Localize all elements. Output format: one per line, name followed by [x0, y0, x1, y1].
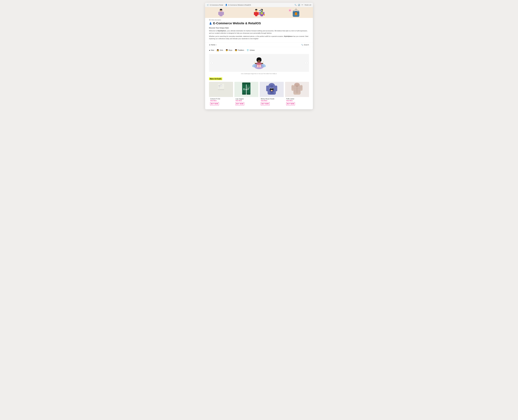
svg-rect-9 [254, 12, 255, 15]
svg-rect-3 [223, 12, 224, 15]
svg-text:gap: gap [247, 87, 249, 88]
product-card-mickey-hoodie: MICKEY Mickey Mouse Hoodie View More BUY… [260, 82, 284, 106]
product-image-puffer-jacket [285, 82, 309, 97]
svg-rect-10 [257, 12, 259, 15]
product-card-puffer-jacket: Puffer Jacket View More BUY NOW [285, 82, 309, 106]
product-image-costume-pj [209, 82, 233, 97]
product-view-more-costume-pj[interactable]: View More [210, 100, 232, 101]
user-icon: 👤 [225, 4, 227, 6]
browser-search-icon[interactable]: 🔍 [294, 4, 297, 6]
cat-tab-unisex[interactable]: 👕 Unisex [247, 48, 257, 52]
svg-rect-57 [247, 93, 250, 95]
hero-figure-1 [217, 7, 225, 18]
cat-label-new: New [211, 49, 214, 51]
breadcrumb-item-1: E-Commerce Retail [210, 4, 223, 6]
svg-rect-86 [296, 86, 298, 87]
products-grid: Costume PJ Set View More BUY NOW [209, 82, 309, 106]
hanger-icon: 👗 [209, 22, 212, 25]
toddlers-icon: 🧒 [235, 49, 237, 51]
info-icon: i [209, 19, 211, 21]
product-info-logo-joggers: Logo Joggers View More BUY NOW [234, 97, 258, 106]
hide-description-label: Hide description [211, 19, 221, 21]
product-name-logo-joggers: Logo Joggers [236, 98, 257, 100]
svg-rect-23 [297, 12, 299, 14]
search-icon: 🔍 [301, 44, 303, 46]
nav-home[interactable]: ☰ Home ▾ [209, 44, 216, 46]
svg-rect-62 [275, 86, 277, 91]
page-content: i Hide description 👗 E-Commerce Website … [205, 18, 313, 109]
svg-rect-8 [255, 12, 257, 16]
svg-rect-51 [218, 89, 224, 90]
slider-figure: ✦ ✦ [252, 54, 266, 72]
cat-tab-girls[interactable]: 👧 Girls [216, 48, 225, 52]
cart-icon: 🛒 [207, 4, 209, 6]
product-info-mickey-hoodie: Mickey Mouse Hoodie View More BUY NOW [260, 97, 284, 106]
made-with-label: Made wit [305, 4, 311, 6]
boys-icon: 👦 [225, 49, 228, 51]
svg-rect-61 [266, 86, 268, 91]
product-buy-btn-logo-joggers[interactable]: BUY NOW [236, 102, 244, 105]
svg-point-5 [220, 9, 222, 10]
description-heading: Discover Your Unique Style [209, 27, 309, 29]
cat-tab-boys[interactable]: 👦 Boys [225, 48, 235, 52]
cat-label-toddlers: Toddlers [238, 49, 244, 51]
nav-home-label: Home [211, 44, 215, 46]
browser-window: 🛒 E-Commerce Retail / 👤 E-Commerce Websi… [205, 3, 313, 109]
svg-rect-46 [220, 85, 222, 86]
product-buy-btn-costume-pj[interactable]: BUY NOW [210, 102, 219, 105]
cat-tab-new[interactable]: ● New [209, 48, 216, 52]
new-arrivals-title: New Arrivals [209, 77, 222, 80]
svg-rect-54 [242, 82, 250, 84]
cat-tab-toddlers[interactable]: 🧒 Toddlers [235, 48, 247, 52]
description-section: Discover Your Unique Style Welcome to St… [205, 26, 313, 43]
breadcrumb-item-2: E-Commerce Website & RetailOS [228, 4, 251, 6]
svg-text:✦: ✦ [263, 61, 264, 62]
svg-rect-41 [261, 63, 263, 64]
svg-rect-71 [270, 93, 274, 94]
product-name-costume-pj: Costume PJ Set [210, 98, 232, 100]
svg-rect-49 [221, 90, 224, 96]
svg-point-35 [260, 58, 262, 61]
girls-icon: 👧 [216, 49, 219, 51]
hero-banner: ✈️ [205, 7, 313, 18]
description-p1: Welcome to StyleSphere, your ultimate de… [209, 30, 309, 34]
svg-rect-40 [255, 63, 257, 64]
page-title-row: 👗 E-Commerce Website & RetailOS [205, 21, 313, 26]
browser-refresh-icon[interactable]: 🔄 [298, 4, 300, 6]
new-icon: ● [209, 49, 210, 51]
hero-slider: ‹ [209, 54, 309, 72]
svg-point-7 [255, 9, 257, 10]
svg-rect-11 [255, 11, 257, 11]
svg-point-69 [271, 90, 273, 91]
nav-search[interactable]: 🔍 Search [301, 44, 309, 46]
category-tabs: ● New 👧 Girls 👦 Boys 🧒 Toddlers 👕 Unisex [205, 47, 313, 53]
product-card-costume-pj: Costume PJ Set View More BUY NOW [209, 82, 233, 106]
product-view-more-mickey-hoodie[interactable]: View More [261, 100, 283, 101]
page-title: E-Commerce Website & RetailOS [213, 22, 261, 25]
product-info-costume-pj: Costume PJ Set View More BUY NOW [209, 97, 233, 106]
browser-more-icon[interactable]: ••• [302, 4, 303, 6]
product-name-mickey-hoodie: Mickey Mouse Hoodie [261, 98, 283, 100]
svg-rect-79 [292, 86, 294, 87]
svg-point-45 [218, 85, 220, 87]
svg-rect-27 [295, 12, 297, 15]
svg-point-64 [270, 85, 273, 87]
hide-description-row[interactable]: i Hide description [205, 18, 313, 21]
branch-decoration: 🌸 [288, 9, 292, 12]
breadcrumb: 🛒 E-Commerce Retail / 👤 E-Commerce Websi… [207, 4, 293, 6]
nav-search-label: Search [304, 44, 309, 46]
svg-rect-1 [219, 12, 223, 16]
home-chevron-icon: ▾ [216, 44, 216, 46]
svg-point-19 [263, 14, 265, 15]
slider-next-button[interactable]: › [305, 61, 308, 64]
slider-prev-button[interactable]: ‹ [210, 61, 213, 64]
unisex-icon: 👕 [247, 49, 249, 51]
product-view-more-puffer-jacket[interactable]: View More [286, 100, 308, 101]
product-buy-btn-puffer-jacket[interactable]: BUY NOW [286, 102, 295, 105]
svg-rect-2 [218, 12, 220, 15]
svg-rect-85 [297, 86, 297, 94]
svg-point-34 [256, 58, 258, 61]
product-card-logo-joggers: GAP gap Logo Joggers View More BUY NOW [234, 82, 258, 106]
product-buy-btn-mickey-hoodie[interactable]: BUY NOW [261, 102, 270, 105]
product-view-more-logo-joggers[interactable]: View More [236, 100, 257, 101]
